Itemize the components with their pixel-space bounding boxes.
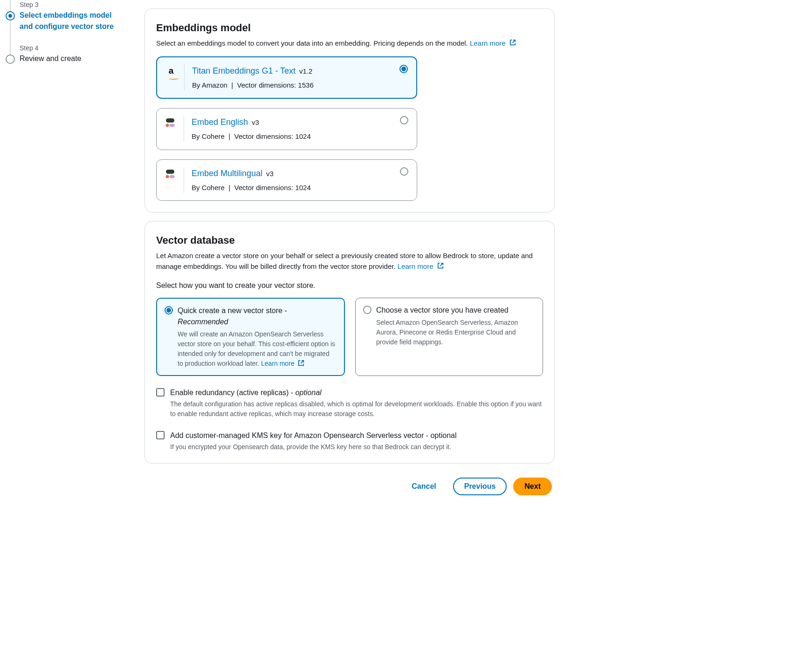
model-meta: By Cohere | Vector dimensions: 1024 [192,131,408,142]
model-version: v3 [252,118,259,126]
radio-selected-icon[interactable] [399,65,408,73]
model-name: Embed Multilingual [192,169,262,178]
model-option-embed-english[interactable]: Embed English v3 By Cohere | Vector dime… [156,108,417,150]
redundancy-checkbox-row: Enable redundancy (active replicas) - op… [156,387,543,419]
model-meta: By Cohere | Vector dimensions: 1024 [192,183,408,193]
step-marker-icon [6,55,15,64]
vector-database-card: Vector database Let Amazon create a vect… [145,221,555,464]
step-marker-active-icon [6,11,15,21]
redundancy-checkbox[interactable] [156,388,165,397]
store-option-desc: Select Amazon OpenSearch Serverless, Ama… [376,318,535,347]
redundancy-desc: The default configuration has active rep… [170,399,543,419]
amazon-logo-icon: a [165,66,177,77]
cancel-button[interactable]: Cancel [401,479,446,494]
cohere-logo-icon [165,168,176,179]
svg-point-4 [166,175,169,178]
model-version: v1.2 [299,67,312,75]
store-option-title: Quick create a new vector store - Recomm… [178,305,337,328]
model-version: v3 [266,170,274,178]
store-options: Quick create a new vector store - Recomm… [156,298,543,376]
radio-icon[interactable] [400,167,408,176]
step-3-label: Step 3 [20,0,123,10]
model-dims: Vector dimensions: 1024 [234,184,310,191]
previous-button[interactable]: Previous [453,478,507,495]
learn-more-label: Learn more [261,360,295,367]
vectordb-title: Vector database [156,232,543,248]
external-link-icon [509,39,516,46]
step-4[interactable]: Step 4 Review and create [6,43,123,75]
store-option-quick-create[interactable]: Quick create a new vector store - Recomm… [156,298,345,376]
kms-checkbox[interactable] [156,431,165,439]
redundancy-label: Enable redundancy (active replicas) - op… [170,387,543,398]
step-3[interactable]: Step 3 Select embeddings model and confi… [6,0,123,43]
external-link-icon [437,262,444,269]
vectordb-desc: Let Amazon create a vector store on your… [156,251,543,272]
model-option-titan[interactable]: a Titan Embeddings G1 - Text v1.2 By Ama… [156,56,417,99]
optional-tag: optional [296,389,322,397]
store-option-choose-existing[interactable]: Choose a vector store you have created S… [355,298,543,376]
step-3-title: Select embeddings model and configure ve… [20,10,123,32]
svg-point-2 [169,124,175,127]
store-title-text: Quick create a new vector store - [178,307,287,314]
store-recommended-tag: Recommended [178,318,228,326]
cohere-logo-icon [165,117,176,128]
wizard-stepper: Step 3 Select embeddings model and confi… [0,0,131,670]
model-meta: By Amazon | Vector dimensions: 1536 [192,80,408,91]
model-by: By Amazon [192,81,227,89]
store-prompt: Select how you want to create your vecto… [156,280,543,291]
svg-rect-0 [166,118,174,123]
step-4-title: Review and create [20,53,82,64]
model-name: Titan Embeddings G1 - Text [192,66,296,75]
embeddings-title: Embeddings model [156,20,543,35]
embeddings-model-card: Embeddings model Select an embeddings mo… [145,8,555,212]
model-list: a Titan Embeddings G1 - Text v1.2 By Ama… [156,56,417,201]
model-option-embed-multilingual[interactable]: Embed Multilingual v3 By Cohere | Vector… [156,159,417,201]
model-dims: Vector dimensions: 1024 [234,132,310,140]
external-link-icon [298,360,304,366]
wizard-footer: Cancel Previous Next [145,478,555,495]
radio-icon[interactable] [400,116,408,124]
embeddings-desc: Select an embeddings model to convert yo… [156,38,543,49]
svg-rect-3 [166,170,174,174]
next-button[interactable]: Next [513,478,552,495]
model-name: Embed English [192,117,248,127]
store-option-title: Choose a vector store you have created [376,305,535,316]
embeddings-learn-more-link[interactable]: Learn more [470,39,516,47]
model-by: By Cohere [192,184,225,191]
model-by: By Cohere [192,132,225,140]
store-desc-text: We will create an Amazon OpenSearch Serv… [178,330,335,367]
vectordb-desc-text: Let Amazon create a vector store on your… [156,252,533,270]
kms-desc: If you encrypted your Opensearch data, p… [170,442,457,452]
redundancy-label-text: Enable redundancy (active replicas) - [170,389,296,397]
learn-more-label: Learn more [398,262,434,270]
model-dims: Vector dimensions: 1536 [237,81,313,89]
svg-point-5 [169,175,175,178]
radio-icon[interactable] [363,306,372,314]
radio-selected-icon[interactable] [165,306,173,314]
vectordb-learn-more-link[interactable]: Learn more [398,262,444,270]
step-4-label: Step 4 [20,43,82,53]
embeddings-desc-text: Select an embeddings model to convert yo… [156,39,468,47]
store-option-desc: We will create an Amazon OpenSearch Serv… [178,329,337,369]
svg-point-1 [166,124,169,127]
main-content: Embeddings model Select an embeddings mo… [131,0,559,670]
kms-checkbox-row: Add customer-managed KMS key for Amazon … [156,430,543,452]
kms-label: Add customer-managed KMS key for Amazon … [170,430,457,441]
learn-more-label: Learn more [470,39,506,47]
store-quick-learn-more-link[interactable]: Learn more [261,360,304,367]
